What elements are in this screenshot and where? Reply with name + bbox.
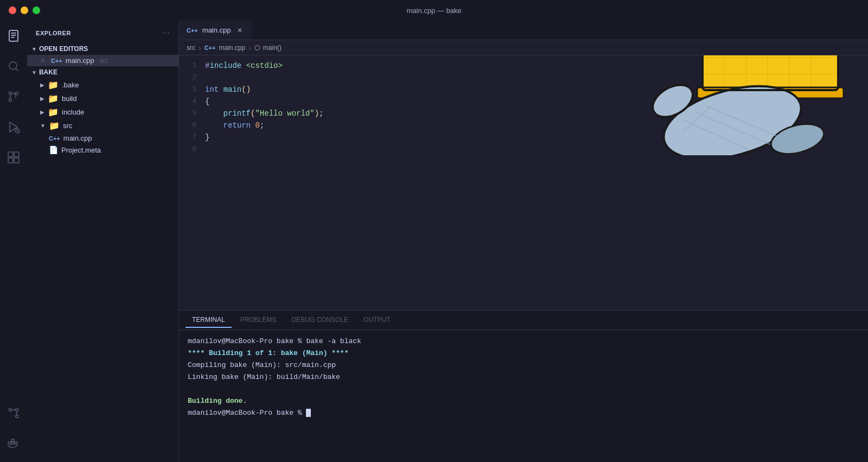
tab-close-button[interactable]: ✕	[235, 26, 244, 35]
activity-source-control[interactable]	[4, 87, 23, 106]
code-editor[interactable]: 1 #include <cstdio> 2 3 int main() 4 { 5	[179, 55, 868, 310]
file-project-meta-label: Project.meta	[61, 146, 101, 154]
file-cpp-icon: C++	[49, 135, 60, 142]
window-controls	[9, 7, 40, 14]
line-num-7: 7	[183, 131, 205, 143]
panel-tab-terminal[interactable]: TERMINAL	[186, 313, 232, 328]
line-num-5: 5	[183, 107, 205, 119]
file-main-cpp-label: main.cpp	[63, 134, 92, 142]
folder-src[interactable]: 📁 src	[27, 119, 178, 132]
svg-line-7	[16, 130, 18, 132]
svg-rect-18	[15, 442, 17, 444]
bake-section[interactable]: BAKE	[27, 66, 178, 78]
tab-main-cpp[interactable]: C++ main.cpp ✕	[179, 21, 252, 40]
breadcrumb-sep-2: ›	[248, 43, 251, 52]
minimize-button[interactable]	[21, 7, 28, 14]
folder-src-label: src	[63, 122, 72, 130]
panel-tabs: TERMINAL PROBLEMS DEBUG CONSOLE OUTPUT	[179, 311, 868, 330]
folder-src-icon: 📁	[49, 121, 60, 131]
svg-rect-8	[8, 152, 13, 157]
panel-tab-problems[interactable]: PROBLEMS	[234, 313, 283, 328]
breadcrumb: src › C++ main.cpp › ⬡ main()	[179, 40, 868, 55]
svg-rect-17	[11, 439, 14, 441]
activity-git[interactable]	[4, 403, 23, 423]
folder-bake-dot-icon: 📁	[48, 80, 59, 90]
line-num-3: 3	[183, 84, 205, 96]
folder-src-chevron	[40, 123, 46, 129]
breadcrumb-sep-1: ›	[199, 43, 201, 52]
svg-marker-5	[10, 122, 17, 132]
folder-include-chevron	[40, 109, 44, 115]
bake-chevron	[31, 69, 37, 75]
explorer-title: EXPLORER	[36, 30, 71, 36]
svg-rect-11	[14, 158, 19, 163]
svg-rect-0	[9, 30, 18, 41]
breadcrumb-filename: main.cpp	[219, 44, 245, 52]
terminal-line-1: mdanilov@MacBook-Pro bake % bake -a blac…	[188, 336, 859, 347]
line-num-6: 6	[183, 119, 205, 131]
folder-include-label: include	[62, 108, 84, 116]
close-editor-icon[interactable]: ✕	[40, 57, 46, 65]
folder-include[interactable]: 📁 include	[27, 105, 178, 119]
sidebar-content: OPEN EDITORS ✕ C++ main.cpp src BAKE 📁 .…	[27, 43, 178, 462]
terminal-cmd-1: bake -a black	[306, 337, 361, 345]
breadcrumb-src: src	[187, 44, 195, 52]
panel-tab-debug-console[interactable]: DEBUG CONSOLE	[285, 313, 355, 328]
terminal-line-7: mdanilov@MacBook-Pro bake %	[188, 407, 859, 419]
folder-build-chevron	[40, 96, 44, 102]
terminal-prompt-1: mdanilov@MacBook-Pro bake %	[188, 337, 306, 345]
close-button[interactable]	[9, 7, 16, 14]
bake-label: BAKE	[39, 68, 58, 76]
file-main-cpp[interactable]: C++ main.cpp	[27, 132, 178, 144]
bottom-panel: TERMINAL PROBLEMS DEBUG CONSOLE OUTPUT m…	[179, 310, 868, 462]
folder-bake-dot[interactable]: 📁 .bake	[27, 78, 178, 92]
sidebar-more-button[interactable]: ···	[162, 27, 170, 39]
activity-explorer[interactable]	[4, 26, 23, 46]
cake-mascot	[640, 55, 857, 155]
maximize-button[interactable]	[33, 7, 40, 14]
breadcrumb-function: main()	[263, 44, 282, 52]
svg-rect-25	[703, 55, 838, 90]
folder-build[interactable]: 📁 build	[27, 92, 178, 105]
terminal-prompt-2: mdanilov@MacBook-Pro bake %	[188, 409, 306, 417]
activity-docker[interactable]	[4, 434, 23, 453]
svg-rect-10	[8, 158, 13, 163]
sidebar: EXPLORER ··· OPEN EDITORS ✕ C++ main.cpp…	[27, 21, 179, 462]
terminal-content[interactable]: mdanilov@MacBook-Pro bake % bake -a blac…	[179, 330, 868, 462]
open-file-main-cpp[interactable]: ✕ C++ main.cpp src	[27, 55, 178, 66]
sidebar-header: EXPLORER ···	[27, 21, 178, 43]
tab-filename: main.cpp	[202, 26, 231, 34]
open-editor-filename: main.cpp	[66, 56, 94, 65]
titlebar: main.cpp — bake	[0, 0, 868, 21]
activity-run[interactable]	[4, 117, 23, 137]
file-meta-icon: 📄	[49, 145, 58, 154]
activity-search[interactable]	[4, 56, 23, 76]
svg-point-1	[9, 62, 17, 69]
svg-rect-15	[8, 442, 11, 444]
activity-bar-bottom	[4, 403, 23, 462]
terminal-line-6: Building done.	[188, 395, 859, 407]
svg-rect-16	[11, 442, 14, 444]
main-area: C++ main.cpp ✕ src › C++ main.cpp › ⬡ ma…	[179, 21, 868, 462]
tab-lang-icon: C++	[187, 27, 198, 34]
open-editor-path: src	[100, 57, 108, 65]
file-project-meta[interactable]: 📄 Project.meta	[27, 144, 178, 156]
terminal-line-3: Compiling bake (Main): src/main.cpp	[188, 359, 859, 371]
open-editors-section[interactable]: OPEN EDITORS	[27, 43, 178, 55]
folder-build-icon: 📁	[48, 93, 59, 104]
line-num-1: 1	[183, 60, 205, 72]
folder-include-icon: 📁	[48, 107, 59, 117]
line-num-8: 8	[183, 143, 205, 155]
line-num-4: 4	[183, 96, 205, 107]
terminal-cursor	[306, 409, 311, 417]
panel-tab-output[interactable]: OUTPUT	[357, 313, 397, 328]
terminal-line-4: Linking bake (Main): build/Main/bake	[188, 371, 859, 383]
tab-bar: C++ main.cpp ✕	[179, 21, 868, 40]
window-title: main.cpp — bake	[406, 7, 461, 15]
app-body: EXPLORER ··· OPEN EDITORS ✕ C++ main.cpp…	[0, 21, 868, 462]
terminal-building-msg: **** Building 1 of 1: bake (Main) ****	[188, 349, 348, 357]
activity-extensions[interactable]	[4, 148, 23, 167]
folder-bake-dot-chevron	[40, 82, 44, 88]
svg-rect-9	[14, 152, 19, 157]
activity-bar	[0, 21, 27, 462]
